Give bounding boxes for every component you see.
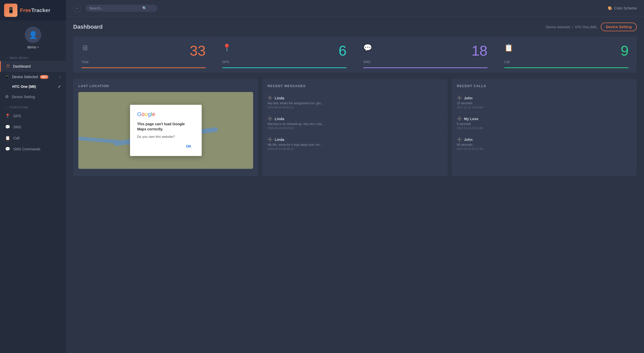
user-name[interactable]: demo ▾ [27, 45, 39, 49]
map-error-question: Do you own this website? [137, 135, 195, 139]
sidebar-item-gps[interactable]: 📍 GPS [0, 110, 66, 121]
color-scheme-label: Color Scheme [614, 6, 637, 10]
call-item-1: ➕ My Love 5 seconds 2017-12-14 19:11:06 [457, 113, 632, 133]
panel-last-location: LAST LOCATION Google This page can't loa… [73, 79, 258, 176]
logo-free: Free [20, 7, 31, 13]
search-input[interactable] [89, 6, 140, 10]
msg-name-0: Linda [275, 96, 284, 100]
panel-recent-messages: RECENT MESSAGES ➕ Linda hey lind, whats … [262, 79, 447, 176]
sidebar-item-device-setting[interactable]: ⚙ Device Setting [0, 91, 66, 102]
call-time-2: 2017-12-13 12:17:06 [457, 147, 632, 150]
sidebar-item-sms-commands[interactable]: 💬 SMS Commands [0, 143, 66, 154]
color-scheme-icon: 🎨 [608, 6, 612, 10]
chevron-right-icon: › [60, 75, 61, 79]
sidebar-item-device-selected[interactable]: 📱 Device Selected HOT › [0, 72, 66, 82]
page-title: Dashboard [73, 24, 103, 30]
device-selected-icon: 📱 [5, 75, 9, 79]
call-item-0: ➕ John 15 seconds 2017-12-17 14:10:06 [457, 92, 632, 113]
breadcrumb: Device Selected / HTC One (M8) [546, 25, 597, 29]
page-header: Dashboard Device Selected / HTC One (M8)… [73, 23, 637, 31]
total-icon: 🖥 [81, 44, 89, 52]
stat-card-total: 🖥 33 Total [73, 36, 214, 73]
gps-stat-icon: 📍 [222, 44, 231, 52]
sms-label: SMS [13, 125, 21, 129]
back-button[interactable]: ← [73, 4, 81, 12]
stats-row: 🖥 33 Total 📍 6 GPS 💬 18 [73, 36, 637, 73]
sidebar-device-name[interactable]: HTC One (M8) ✓ [0, 82, 66, 91]
bottom-row: LAST LOCATION Google This page can't loa… [73, 79, 637, 176]
avatar: 👤 [25, 27, 41, 43]
msg-text-0: hey lind, whats the assignment ms. gra..… [267, 101, 442, 105]
call-arrow-2: ➕ [457, 137, 462, 142]
call-name-2: ➕ John [457, 137, 632, 142]
caller-name-1: My Love [464, 117, 478, 121]
stat-card-gps: 📍 6 GPS [214, 36, 355, 73]
breadcrumb-device-selected: Device Selected [546, 25, 570, 29]
sidebar-item-dashboard[interactable]: ⏱ Dashboard [0, 61, 66, 72]
stat-top-gps: 📍 6 [222, 44, 347, 58]
call-value: 9 [621, 44, 629, 58]
recent-messages-title: RECENT MESSAGES [267, 84, 442, 88]
stat-card-sms: 💬 18 SMS [355, 36, 496, 73]
msg-arrow-2: ➕ [267, 137, 273, 142]
call-duration-1: 5 seconds [457, 122, 632, 126]
call-time-0: 2017-12-17 14:10:06 [457, 106, 632, 109]
msg-time-1: 2016-06-10 09:20:10 [267, 127, 442, 130]
total-label: Total [81, 60, 206, 64]
functions-label: --- FUNCTIONS [0, 102, 66, 110]
main-menu-label: --- MAIN MENU [0, 53, 66, 61]
stat-card-call: 📋 9 Call [496, 36, 637, 73]
content-area: Dashboard Device Selected / HTC One (M8)… [66, 16, 644, 353]
call-bar [504, 67, 629, 68]
device-setting-icon: ⚙ [5, 94, 9, 99]
sms-stat-label: SMS [363, 60, 488, 64]
logo-tracker: Tracker [31, 7, 50, 13]
gps-icon: 📍 [5, 113, 10, 118]
breadcrumb-separator: / [572, 25, 573, 29]
map-error-message: This page can't load Google Maps correct… [137, 122, 195, 132]
device-selected-label: Device Selected [12, 75, 38, 79]
call-time-1: 2017-12-14 19:11:06 [457, 127, 632, 130]
device-setting-button[interactable]: Device Setting [601, 23, 637, 31]
search-bar: 🔍 [85, 5, 157, 12]
sms-stat-icon: 💬 [363, 44, 372, 52]
msg-text-2: Idk tbh, imma try n stay away now. Ive .… [267, 143, 442, 147]
sms-value: 18 [471, 44, 487, 58]
total-value: 33 [190, 44, 206, 58]
sms-commands-label: SMS Commands [13, 147, 40, 151]
topbar: ← 🔍 🎨 Color Scheme [66, 0, 644, 16]
sidebar-logo: 📱 FreeTracker [0, 0, 66, 20]
gps-bar [222, 67, 347, 68]
last-location-title: LAST LOCATION [78, 84, 253, 88]
stat-top-call: 📋 9 [504, 44, 629, 58]
call-name-0: ➕ John [457, 96, 632, 100]
sidebar-item-sms[interactable]: 💬 SMS [0, 121, 66, 132]
call-label: Call [13, 136, 19, 140]
map-container: Google This page can't load Google Maps … [78, 92, 253, 169]
breadcrumb-device-name: HTC One (M8) [575, 25, 597, 29]
device-name-label: HTC One (M8) [12, 85, 36, 89]
call-duration-0: 15 seconds [457, 101, 632, 105]
logo-text: FreeTracker [20, 7, 50, 13]
gps-stat-label: GPS [222, 60, 347, 64]
sms-commands-icon: 💬 [5, 147, 10, 151]
sidebar-item-call[interactable]: 📋 Call [0, 132, 66, 143]
msg-arrow-0: ➕ [267, 96, 273, 100]
msg-name-1: Linda [275, 117, 284, 121]
sidebar: 📱 FreeTracker 👤 demo ▾ --- MAIN MENU ⏱ D… [0, 0, 66, 353]
map-error-dialog: Google This page can't load Google Maps … [130, 105, 202, 156]
total-bar [81, 67, 206, 68]
caller-name-0: John [464, 96, 473, 100]
caller-name-2: John [464, 138, 473, 142]
stat-top-total: 🖥 33 [81, 44, 206, 58]
color-scheme-button[interactable]: 🎨 Color Scheme [608, 6, 637, 10]
msg-sender-1: ➕ Linda [267, 116, 442, 121]
gps-label: GPS [13, 114, 21, 118]
main-content: ← 🔍 🎨 Color Scheme Dashboard Device Sele… [66, 0, 644, 353]
dialog-ok-button[interactable]: OK [183, 143, 195, 150]
msg-sender-0: ➕ Linda [267, 96, 442, 100]
message-item-2: ➕ Linda Idk tbh, imma try n stay away no… [267, 133, 442, 154]
msg-time-2: 2016-06-10 09:16:12 [267, 147, 442, 150]
call-icon: 📋 [5, 136, 10, 140]
call-duration-2: 60 seconds [457, 143, 632, 147]
